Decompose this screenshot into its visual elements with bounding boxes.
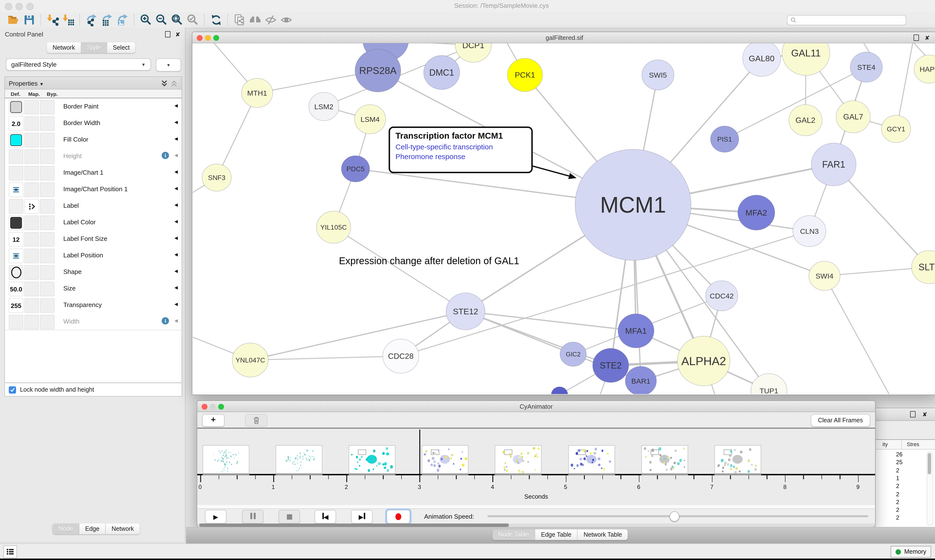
table-row[interactable]: 2 (876, 482, 935, 490)
def-cell[interactable]: 12 (9, 232, 23, 247)
timeline-horizontal-scrollbar[interactable] (197, 523, 875, 527)
node-STE4[interactable]: STE4 (850, 52, 883, 82)
node-YIL105C[interactable]: YIL105C (316, 211, 350, 243)
byp-cell[interactable] (40, 249, 54, 263)
play-button[interactable]: ▶ (205, 510, 227, 523)
node-MFA2[interactable]: MFA2 (738, 195, 775, 230)
map-cell[interactable] (24, 199, 39, 214)
tab-node[interactable]: Node (52, 523, 79, 534)
map-cell[interactable] (24, 298, 39, 313)
collapse-all-icon[interactable] (170, 80, 178, 87)
byp-cell[interactable] (40, 149, 54, 164)
node-SWI4[interactable]: SWI4 (809, 261, 840, 291)
node-SNF3[interactable]: SNF3 (202, 164, 231, 191)
byp-cell[interactable] (40, 315, 54, 329)
byp-cell[interactable] (40, 116, 54, 131)
expand-row-icon[interactable]: ◀ (174, 302, 178, 306)
memory-button[interactable]: Memory (891, 546, 931, 558)
map-cell[interactable] (24, 149, 39, 164)
map-cell[interactable] (24, 215, 39, 230)
node-GAL7[interactable]: GAL7 (836, 101, 870, 133)
node-GAL80[interactable]: GAL80 (743, 43, 781, 76)
byp-cell[interactable] (40, 232, 54, 247)
import-table-button[interactable] (60, 13, 76, 27)
node-HAP[interactable]: HAP4 (914, 55, 935, 83)
keyframe-thumbnail-5s[interactable] (568, 445, 615, 474)
tab-edge[interactable]: Edge (79, 523, 106, 534)
node-GAL11[interactable]: GAL11 (782, 43, 830, 75)
byp-cell[interactable] (40, 133, 54, 148)
expand-row-icon[interactable]: ◀ (174, 169, 178, 174)
node-SLT[interactable]: SLT2 (912, 251, 935, 284)
stop-button[interactable] (279, 510, 300, 523)
node-MFA1[interactable]: MFA1 (618, 314, 654, 348)
tab-network-table[interactable]: Network Table (578, 529, 628, 540)
float-window-icon[interactable] (913, 35, 919, 42)
node-MCM1[interactable]: MCM1 (575, 149, 691, 260)
def-cell[interactable] (9, 100, 23, 114)
import-network-button[interactable] (45, 13, 60, 27)
node-PCK1[interactable]: PCK1 (508, 58, 543, 91)
annotation-link[interactable]: Cell-type-specific transcription (395, 143, 526, 151)
byp-cell[interactable] (40, 298, 54, 313)
animation-speed-slider[interactable] (488, 515, 868, 517)
table-row[interactable]: 2 (876, 466, 935, 474)
map-cell[interactable] (24, 265, 39, 280)
copy-button[interactable] (232, 13, 247, 27)
expand-row-icon[interactable]: ◀ (174, 186, 178, 191)
byp-cell[interactable] (40, 166, 54, 180)
expand-row-icon[interactable]: ◀ (174, 153, 178, 158)
def-cell[interactable] (9, 215, 23, 230)
node-LSM4[interactable]: LSM4 (355, 105, 386, 134)
timeline[interactable]: Seconds 0123456789 (197, 428, 875, 505)
expand-row-icon[interactable]: ◀ (174, 252, 178, 257)
style-options-button[interactable]: ▼ (156, 58, 181, 72)
keyframe-thumbnail-3s[interactable] (422, 445, 469, 474)
node-DMC1[interactable]: DMC1 (424, 55, 460, 89)
cyanimator-titlebar[interactable]: CyAnimator (197, 401, 875, 412)
table-row[interactable]: 26 (876, 451, 935, 458)
node-CDC42[interactable]: CDC42 (706, 281, 738, 311)
expand-row-icon[interactable]: ◀ (174, 103, 178, 108)
table-row[interactable]: 1 (876, 474, 935, 482)
map-cell[interactable] (24, 182, 39, 197)
expand-row-icon[interactable]: ◀ (174, 120, 178, 125)
export-table-button[interactable] (99, 13, 115, 27)
scrollbar-thumb[interactable] (199, 523, 509, 527)
hide-details-button[interactable] (263, 13, 279, 27)
float-panel-icon[interactable] (910, 411, 915, 419)
lock-checkbox[interactable] (9, 386, 16, 393)
delete-frame-button[interactable] (245, 414, 267, 427)
float-panel-icon[interactable] (165, 31, 170, 39)
node-MTH1[interactable]: MTH1 (242, 78, 273, 108)
tab-network[interactable]: Network (47, 42, 81, 53)
network-annotation[interactable]: Transcription factor MCM1 Cell-type-spec… (389, 126, 533, 173)
map-cell[interactable] (24, 100, 39, 114)
open-button[interactable] (6, 13, 22, 27)
export-network-button[interactable] (84, 13, 99, 27)
byp-cell[interactable] (40, 282, 54, 296)
slider-knob[interactable] (670, 511, 679, 522)
expand-row-icon[interactable]: ◀ (174, 136, 178, 141)
map-cell[interactable] (24, 166, 39, 180)
def-cell[interactable] (9, 133, 23, 148)
tab-style[interactable]: Style (81, 42, 107, 53)
node-FAR1[interactable]: FAR1 (811, 143, 856, 186)
def-cell[interactable] (9, 315, 23, 329)
map-cell[interactable] (24, 232, 39, 247)
zoom-fit-button[interactable] (170, 13, 185, 27)
map-cell[interactable] (24, 249, 39, 263)
byp-cell[interactable] (40, 215, 54, 230)
expand-row-icon[interactable]: ◀ (174, 269, 178, 274)
node-BAR1[interactable]: BAR1 (625, 366, 656, 394)
clear-all-frames-button[interactable]: Clear All Frames (811, 414, 870, 427)
expand-row-icon[interactable]: ◀ (174, 318, 178, 323)
skip-to-start-button[interactable]: ◀ (315, 510, 336, 523)
skip-to-end-button[interactable]: ▶ (351, 510, 373, 523)
expand-row-icon[interactable]: ◀ (174, 285, 178, 290)
map-cell[interactable] (24, 116, 39, 131)
expand-row-icon[interactable]: ◀ (174, 219, 178, 224)
show-panels-button[interactable] (3, 545, 17, 558)
refresh-button[interactable] (208, 13, 224, 27)
pause-button[interactable] (242, 510, 264, 523)
